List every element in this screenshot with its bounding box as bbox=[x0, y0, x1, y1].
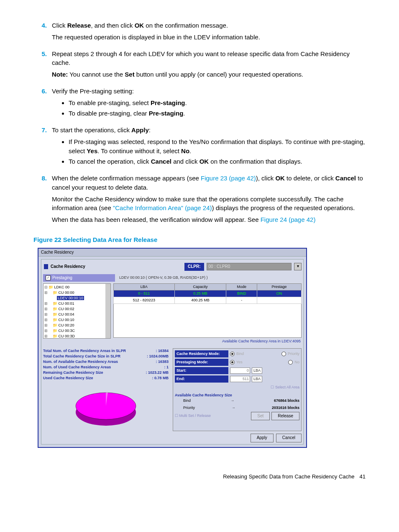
figure-title: Figure 22 Selecting Data Area for Releas… bbox=[33, 235, 366, 244]
ldev-table[interactable]: LBA Capacity Mode Prestage 0 - 5110.25 M… bbox=[113, 283, 302, 304]
select-all-checkbox[interactable]: ☐ Select All Area bbox=[175, 384, 299, 391]
clpr-select[interactable]: 00 : CLPR0 bbox=[207, 263, 292, 270]
bullet-list: To enable pre-staging, select Pre-stagin… bbox=[52, 98, 366, 118]
cancel-button[interactable]: Cancel bbox=[276, 434, 302, 442]
step-body: Repeat steps 2 through 4 for each LDEV f… bbox=[52, 49, 366, 82]
panel-title: Cache Residency bbox=[43, 262, 86, 272]
stats-panel: Total Num. of Cache Residency Areas in S… bbox=[43, 348, 169, 431]
start-label: Start: bbox=[175, 367, 228, 374]
step-body: To start the operations, click Apply: If… bbox=[52, 126, 366, 169]
ldev-info: LDEV 00:00:10 ( OPEN-V, 0.39 GB, RAID5(3… bbox=[118, 274, 210, 281]
release-button[interactable]: Release bbox=[271, 412, 299, 421]
chevron-down-icon[interactable]: ▾ bbox=[294, 263, 302, 270]
table-row[interactable]: 0 - 5110.25 MBBINDON bbox=[114, 290, 302, 297]
step-list: 4. Click Release, and then click OK on t… bbox=[33, 21, 366, 227]
acrs-title: Available Cache Residency Size bbox=[175, 393, 299, 398]
prestage-label: Prestaging Mode: bbox=[175, 359, 228, 366]
step-number: 8. bbox=[33, 174, 52, 227]
window-tab[interactable]: Cache Residency bbox=[38, 249, 306, 257]
radio-yes[interactable] bbox=[230, 360, 235, 365]
screenshot-cache-residency: Cache Residency Cache Residency CLPR: 00… bbox=[38, 248, 307, 448]
step-number: 5. bbox=[33, 49, 52, 82]
clpr-label: CLPR: bbox=[184, 263, 204, 271]
step-body: When the delete confirmation message app… bbox=[52, 174, 366, 227]
step-body: Verify the Pre-staging setting: To enabl… bbox=[52, 87, 366, 121]
radio-priority[interactable] bbox=[281, 352, 286, 356]
page-number: 41 bbox=[360, 473, 366, 481]
step-number: 4. bbox=[33, 21, 52, 44]
scrollbar[interactable] bbox=[105, 284, 110, 338]
radio-bind[interactable] bbox=[230, 352, 235, 356]
end-input[interactable]: 511 bbox=[230, 376, 250, 382]
set-button[interactable]: Set bbox=[251, 412, 270, 421]
radio-no[interactable] bbox=[288, 360, 293, 365]
tree-view[interactable]: 📁 LDKC 00📁 CU 00:00LDEV 00:00:10📁 CU 00:… bbox=[43, 283, 111, 339]
col-capacity[interactable]: Capacity bbox=[174, 284, 226, 290]
apply-button[interactable]: Apply bbox=[251, 434, 274, 442]
step-number: 6. bbox=[33, 87, 52, 121]
multi-set-checkbox[interactable]: ☐ Multi Set / Release bbox=[175, 412, 211, 419]
page-footer: Releasing Specific Data from Cache Resid… bbox=[33, 473, 366, 481]
start-input[interactable]: 0 bbox=[230, 368, 250, 374]
mode-label: Cache Residency Mode: bbox=[175, 350, 228, 357]
xref-link[interactable]: "Cache Information Area" (page 24) bbox=[113, 204, 212, 211]
step-number: 7. bbox=[33, 126, 52, 169]
checkbox-icon: ✓ bbox=[46, 275, 51, 280]
prestaging-checkbox[interactable]: ✓ Prestaging bbox=[43, 274, 115, 282]
settings-panel: Cache Residency Mode: Bind Priority Pres… bbox=[173, 348, 302, 431]
bullet-list: If Pre-staging was selected, respond to … bbox=[52, 137, 366, 166]
xref-link[interactable]: Figure 24 (page 42) bbox=[261, 216, 316, 223]
step-body: Click Release, and then click OK on the … bbox=[52, 21, 366, 44]
xref-link[interactable]: Figure 23 (page 42) bbox=[201, 175, 256, 182]
col-lba[interactable]: LBA bbox=[114, 284, 175, 290]
pie-chart bbox=[68, 385, 143, 431]
col-mode[interactable]: Mode bbox=[226, 284, 257, 290]
end-label: End: bbox=[175, 375, 228, 383]
available-area-label: Available Cache Residency Area in LDEV:4… bbox=[113, 338, 302, 345]
table-row[interactable]: 512 - 820223400.25 MB- bbox=[114, 297, 302, 304]
col-prestage[interactable]: Prestage bbox=[257, 284, 302, 290]
